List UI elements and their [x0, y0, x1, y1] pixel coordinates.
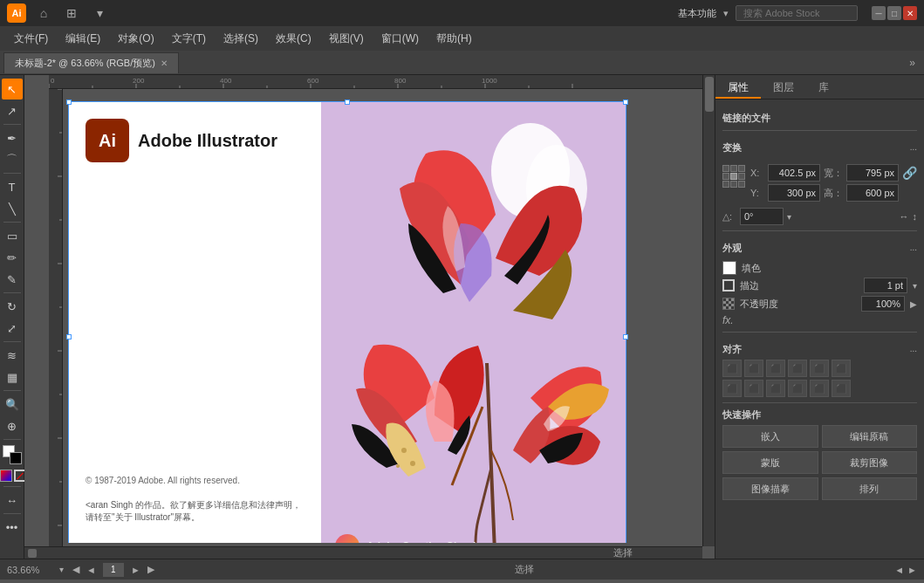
dist-left[interactable]: ⬛ [722, 380, 742, 397]
align-top[interactable]: ⬛ [788, 360, 807, 377]
nav-prev-page[interactable]: ◀ [72, 564, 79, 575]
zoom-dropdown[interactable]: ▾ [58, 565, 65, 574]
nav-next-page[interactable]: ▶ [147, 564, 154, 575]
gradient-color[interactable] [0, 470, 12, 482]
scroll-thumb-v[interactable] [705, 77, 714, 112]
crop-image-button[interactable]: 裁剪图像 [822, 451, 918, 474]
more-tools[interactable]: ••• [2, 517, 23, 538]
eyedropper-tool[interactable]: 🔍 [2, 394, 23, 415]
pen-tool[interactable]: ✒ [2, 127, 23, 148]
opacity-label: 不透明度 [740, 298, 778, 311]
x-input[interactable] [768, 164, 820, 182]
pencil-tool[interactable]: ✎ [2, 269, 23, 290]
height-input[interactable] [846, 184, 899, 202]
background-color[interactable] [10, 452, 22, 464]
menu-text[interactable]: 文字(T) [165, 28, 213, 50]
lock-proportions[interactable]: 🔗 [902, 166, 917, 180]
line-tool[interactable]: ╲ [2, 198, 23, 219]
maximize-button[interactable]: □ [887, 6, 901, 20]
gradient-tool[interactable]: ▦ [2, 367, 23, 388]
dist-right[interactable]: ⬛ [766, 380, 785, 397]
dist-top[interactable]: ⬛ [788, 380, 807, 397]
dist-bottom[interactable]: ⬛ [832, 380, 851, 397]
nav-next[interactable]: ► [131, 565, 140, 575]
flip-v-icon[interactable]: ↕ [913, 211, 918, 222]
document-tab[interactable]: 未标题-2* @ 63.66% (RGB/预览) ✕ [3, 52, 179, 73]
menu-effects[interactable]: 效果(C) [269, 28, 318, 50]
grid-dropdown-button[interactable]: ▾ [89, 3, 110, 24]
scale-tool[interactable]: ⤢ [2, 318, 23, 339]
color-selector[interactable] [3, 445, 22, 464]
splash-title-row: Ai Adobe Illustrator [86, 119, 304, 162]
opacity-row: 不透明度 ▶ [722, 296, 917, 312]
stroke-swatch[interactable] [722, 279, 735, 292]
text-tool[interactable]: T [2, 176, 23, 197]
opacity-input[interactable] [861, 296, 905, 312]
opacity-dropdown[interactable]: ▶ [910, 299, 917, 309]
tab-properties[interactable]: 属性 [715, 75, 761, 99]
status-label: 选择 [161, 563, 887, 576]
direct-select-tool[interactable]: ↗ [2, 100, 23, 121]
grid-button[interactable]: ⊞ [61, 3, 82, 24]
reflect-tool[interactable]: ↔ [2, 490, 23, 511]
zoom-tool[interactable]: ⊕ [2, 415, 23, 436]
align-left[interactable]: ⬛ [722, 360, 742, 377]
angle-input[interactable] [740, 208, 784, 225]
home-button[interactable]: ⌂ [33, 3, 54, 24]
nav-arrow-right[interactable]: ► [907, 565, 917, 575]
align-more[interactable]: ... [910, 344, 917, 353]
menu-window[interactable]: 窗口(W) [374, 28, 426, 50]
fill-swatch[interactable] [722, 261, 736, 275]
align-right[interactable]: ⬛ [766, 360, 785, 377]
width-input[interactable] [846, 164, 899, 182]
paintbrush-tool[interactable]: ✏ [2, 247, 23, 268]
workspace-dropdown[interactable]: ▾ [723, 8, 729, 19]
nav-prev[interactable]: ◄ [86, 565, 96, 575]
nav-arrow-left[interactable]: ◄ [894, 565, 904, 575]
arrange-button[interactable]: 排列 [822, 477, 918, 500]
align-center-h[interactable]: ⬛ [744, 360, 763, 377]
distribute-buttons: ⬛ ⬛ ⬛ ⬛ ⬛ ⬛ [722, 380, 917, 397]
y-input[interactable] [768, 184, 820, 202]
menu-edit[interactable]: 编辑(E) [58, 28, 107, 50]
scroll-thumb-h[interactable] [28, 549, 37, 558]
vertical-scrollbar[interactable] [702, 75, 715, 546]
stroke-unit-dropdown[interactable]: ▾ [913, 281, 917, 291]
stroke-value-input[interactable] [864, 278, 907, 293]
search-input[interactable] [736, 5, 858, 21]
minimize-button[interactable]: ─ [872, 6, 886, 20]
edit-original-button[interactable]: 编辑原稿 [822, 425, 918, 448]
align-bottom[interactable]: ⬛ [832, 360, 851, 377]
menu-help[interactable]: 帮助(H) [429, 28, 479, 50]
page-number-input[interactable] [103, 563, 124, 577]
select-tool[interactable]: ↖ [2, 79, 23, 99]
canvas-area[interactable]: 0 200 400 600 800 1000 [24, 75, 715, 559]
align-center-v[interactable]: ⬛ [810, 360, 829, 377]
warp-tool[interactable]: ≋ [2, 345, 23, 366]
horizontal-scrollbar[interactable]: 选择 [24, 546, 702, 559]
quick-action-buttons: 嵌入 编辑原稿 蒙版 裁剪图像 图像描摹 排列 [722, 425, 917, 500]
tab-libraries[interactable]: 库 [806, 75, 841, 99]
menu-object[interactable]: 对象(O) [111, 28, 161, 50]
tab-expand-button[interactable]: » [904, 55, 921, 71]
transform-more[interactable]: ... [910, 142, 917, 152]
appearance-more[interactable]: ... [910, 243, 917, 252]
close-button[interactable]: ✕ [903, 6, 917, 20]
rect-tool[interactable]: ▭ [2, 225, 23, 246]
rotate-tool[interactable]: ↻ [2, 296, 23, 317]
curvature-tool[interactable]: ⌒ [2, 149, 23, 170]
menu-select[interactable]: 选择(S) [216, 28, 265, 50]
angle-dropdown[interactable]: ▾ [787, 212, 791, 222]
artboard-container[interactable]: Ai Adobe Illustrator © 1987-2019 Adobe. … [51, 84, 699, 543]
menu-file[interactable]: 文件(F) [7, 28, 55, 50]
dist-center-v[interactable]: ⬛ [810, 380, 829, 397]
tab-layers[interactable]: 图层 [761, 75, 806, 99]
image-trace-button[interactable]: 图像描摹 [722, 477, 818, 500]
flip-h-icon[interactable]: ↔ [900, 211, 909, 222]
dist-center-h[interactable]: ⬛ [744, 380, 763, 397]
embed-button[interactable]: 嵌入 [722, 425, 818, 448]
transform-reference-grid[interactable] [722, 165, 745, 188]
menu-view[interactable]: 视图(V) [322, 28, 371, 50]
mask-button[interactable]: 蒙版 [722, 451, 818, 474]
tab-close-button[interactable]: ✕ [161, 58, 168, 68]
